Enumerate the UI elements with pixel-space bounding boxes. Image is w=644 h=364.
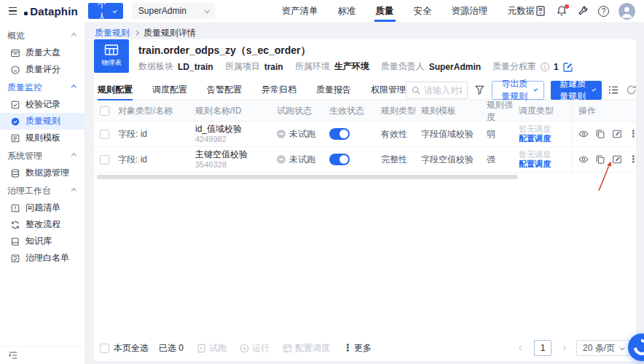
meta-value: train (264, 62, 283, 72)
more-actions-icon[interactable]: ⋮ (629, 130, 636, 138)
tab-exception-archive[interactable]: 异常归档 (262, 80, 297, 100)
view-eye-icon[interactable] (578, 129, 589, 139)
tab-alert-config[interactable]: 告警配置 (207, 80, 242, 100)
list-view-icon[interactable] (608, 84, 619, 97)
book-icon (9, 236, 20, 247)
sidebar-item-quality-dashboard[interactable]: 质量大盘 (0, 44, 85, 61)
nav-standard[interactable]: 标准 (338, 0, 356, 22)
nav-resource-governance[interactable]: 资源治理 (452, 0, 488, 22)
rule-name[interactable]: id_值域校验 (195, 124, 242, 134)
col-header-object: 对象类型/名称 (116, 105, 193, 117)
tab-permission[interactable]: 权限管理 (371, 80, 406, 100)
docs-icon[interactable] (535, 5, 546, 17)
configure-schedule-button[interactable]: 配置调度 (283, 342, 330, 355)
tenant-select[interactable]: SuperAdmin (132, 3, 215, 19)
horizontal-scrollbar[interactable] (97, 175, 518, 179)
row-checkbox[interactable] (100, 155, 109, 165)
topbar-icons: ? (535, 3, 635, 20)
sidebar-group-governance-workbench[interactable]: 治理工作台 (0, 183, 85, 199)
meta-quality-owner: 质量负责人 SuperAdmin (381, 60, 481, 73)
sidebar-item-quality-score[interactable]: 质量评分 (0, 61, 85, 78)
workspace-switcher-button[interactable]: 个人 (88, 3, 123, 19)
copy-icon[interactable] (595, 154, 605, 165)
enable-toggle[interactable] (329, 128, 350, 140)
collapse-sidebar-icon[interactable] (8, 350, 18, 360)
select-all-checkbox[interactable] (100, 106, 109, 116)
refresh-icon[interactable] (626, 84, 637, 97)
sidebar-item-rectification-flow[interactable]: 整改流程 (0, 216, 85, 233)
next-page-icon[interactable] (557, 341, 570, 355)
configure-schedule-link[interactable]: 配置调度 (519, 159, 551, 169)
create-rule-label: 新建质量规则 (558, 78, 588, 103)
copy-icon[interactable] (595, 129, 605, 139)
select-all-checkbox[interactable] (100, 344, 109, 353)
sidebar-item-quality-rules[interactable]: 质量规则 (0, 113, 85, 130)
breadcrumb-current: 质量规则详情 (144, 27, 196, 39)
prev-page-icon[interactable] (515, 341, 528, 355)
current-page[interactable]: 1 (534, 340, 551, 356)
view-eye-icon[interactable] (578, 154, 589, 165)
edit-icon[interactable] (612, 129, 622, 139)
chevron-up-icon (71, 153, 76, 158)
col-header-type: 规则类型 (379, 105, 419, 117)
sidebar-item-label: 校验记录 (25, 98, 60, 111)
trial-run-button[interactable]: 试跑 (197, 342, 227, 355)
more-dots-icon: ⋮ (343, 344, 353, 352)
notification-bell-icon[interactable] (556, 5, 568, 17)
breadcrumb-parent[interactable]: 质量规则 (95, 27, 130, 39)
edit-weight-icon[interactable] (563, 62, 573, 72)
sidebar-group-overview[interactable]: 概览 (0, 28, 85, 44)
select-all-control[interactable]: 本页全选 (100, 342, 149, 355)
sidebar-item-datasource-management[interactable]: 数据源管理 (0, 165, 85, 181)
create-rule-button[interactable]: 新建质量规则 (551, 81, 602, 100)
tools-wrench-icon[interactable] (577, 5, 589, 17)
sidebar-item-issue-list[interactable]: 问题清单 (0, 199, 85, 216)
help-icon[interactable]: ? (598, 6, 609, 17)
info-icon[interactable]: i (541, 63, 549, 71)
tab-rule-config[interactable]: 规则配置 (98, 80, 133, 100)
nav-asset-list[interactable]: 资产清单 (282, 0, 318, 22)
hamburger-menu-icon[interactable] (9, 7, 17, 15)
chevron-down-icon (620, 345, 625, 350)
sidebar-item-governance-whitelist[interactable]: 治理白名单 (0, 250, 85, 266)
user-avatar[interactable] (619, 3, 635, 20)
sidebar-group-system-management[interactable]: 系统管理 (0, 148, 85, 165)
table-header-row: 对象类型/名称 规则名称/ID 试跑状态 生效状态 规则类型 规则模板 规则强度… (94, 101, 636, 122)
enable-toggle[interactable] (329, 154, 350, 165)
meta-data-section: 数据板块 LD_train (138, 60, 213, 73)
sidebar: 概览 质量大盘 质量评分 质量监控 校验记录 质量规则 规则模板 系统管理 (0, 22, 85, 364)
export-rules-button[interactable]: 导出质量规则 (492, 81, 544, 100)
sidebar-item-check-records[interactable]: 校验记录 (0, 96, 85, 113)
rules-table: 对象类型/名称 规则名称/ID 试跑状态 生效状态 规则类型 规则模板 规则强度… (94, 101, 636, 173)
whitelist-icon (9, 253, 20, 264)
nav-quality[interactable]: 质量 (376, 0, 394, 22)
sidebar-item-label: 规则模板 (25, 132, 60, 144)
rule-id: 3546328 (195, 159, 248, 170)
more-button[interactable]: ⋮ 更多 (343, 342, 372, 355)
trial-run-label: 试跑 (209, 342, 227, 355)
rule-name[interactable]: 主键空值校验 (195, 149, 248, 159)
not-run-status-icon (277, 155, 286, 164)
schedule-status: 暂无调度 (519, 150, 551, 159)
search-input[interactable] (424, 85, 462, 95)
run-play-icon (240, 344, 249, 353)
row-checkbox[interactable] (100, 130, 109, 139)
meta-environment: 所属环境 生产环境 (295, 60, 369, 73)
sidebar-item-knowledge-base[interactable]: 知识库 (0, 233, 85, 250)
sidebar-group-quality-monitoring[interactable]: 质量监控 (0, 79, 85, 96)
configure-schedule-link[interactable]: 配置调度 (519, 134, 551, 143)
edit-icon[interactable] (612, 154, 622, 165)
nav-metadata[interactable]: 元数据 (508, 0, 535, 22)
run-button[interactable]: 运行 (240, 342, 270, 355)
col-header-schedule: 调度类型 (517, 105, 572, 117)
more-actions-icon[interactable]: ⋮ (629, 155, 636, 164)
dataphin-logo: Dataphin (24, 5, 78, 17)
sidebar-item-rule-templates[interactable]: 规则模板 (0, 130, 85, 146)
tab-schedule-config[interactable]: 调度配置 (152, 80, 187, 100)
tab-quality-report[interactable]: 质量报告 (316, 80, 351, 100)
configure-schedule-label: 配置调度 (295, 342, 330, 355)
dataphin-app: Dataphin 个人 SuperAdmin 资产清单 标准 质量 安全 资源治… (0, 0, 644, 364)
page-size-select[interactable]: 20 条/页 (576, 340, 630, 356)
nav-security[interactable]: 安全 (414, 0, 432, 22)
filter-funnel-icon[interactable] (474, 84, 485, 97)
